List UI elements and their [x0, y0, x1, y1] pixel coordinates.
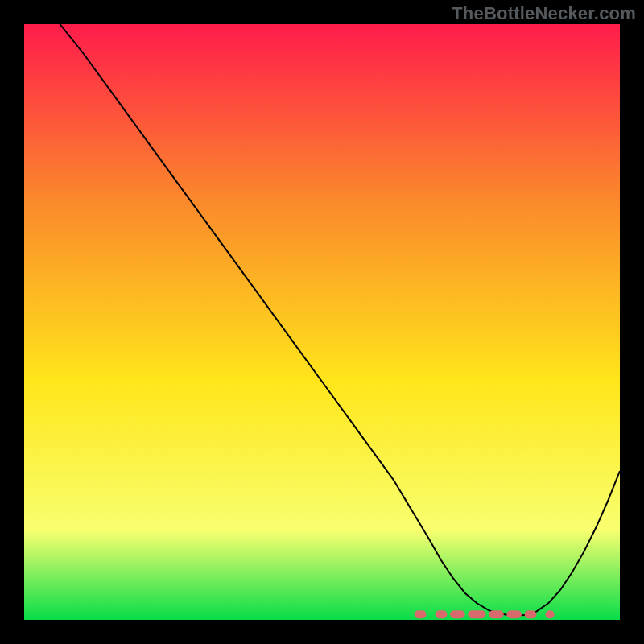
- highlight-segment: [525, 610, 537, 618]
- highlight-segment: [450, 610, 465, 618]
- chart-frame: TheBottleNecker.com: [0, 0, 644, 644]
- highlight-segment: [415, 610, 427, 618]
- highlight-segment: [546, 610, 555, 618]
- highlight-segment: [489, 610, 504, 618]
- plot-area: [24, 24, 620, 620]
- highlight-segment: [436, 610, 448, 618]
- gradient-background: [24, 24, 620, 620]
- highlight-segment: [468, 610, 485, 618]
- watermark-text: TheBottleNecker.com: [452, 3, 636, 24]
- highlight-segment: [506, 610, 522, 618]
- chart-svg: [24, 24, 620, 620]
